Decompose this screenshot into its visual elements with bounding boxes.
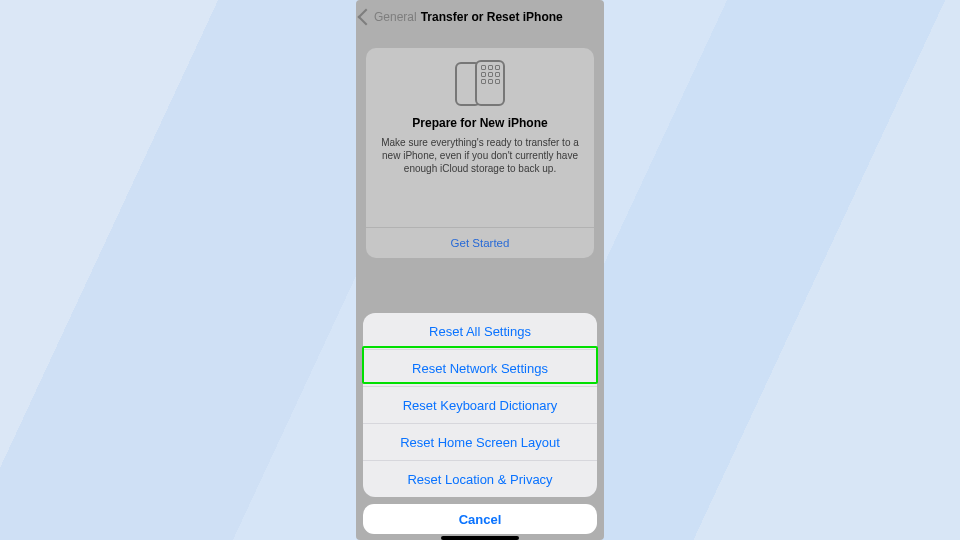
phone-apps-icon	[475, 60, 505, 106]
phone-screen: General Transfer or Reset iPhone Prepare…	[356, 0, 604, 540]
